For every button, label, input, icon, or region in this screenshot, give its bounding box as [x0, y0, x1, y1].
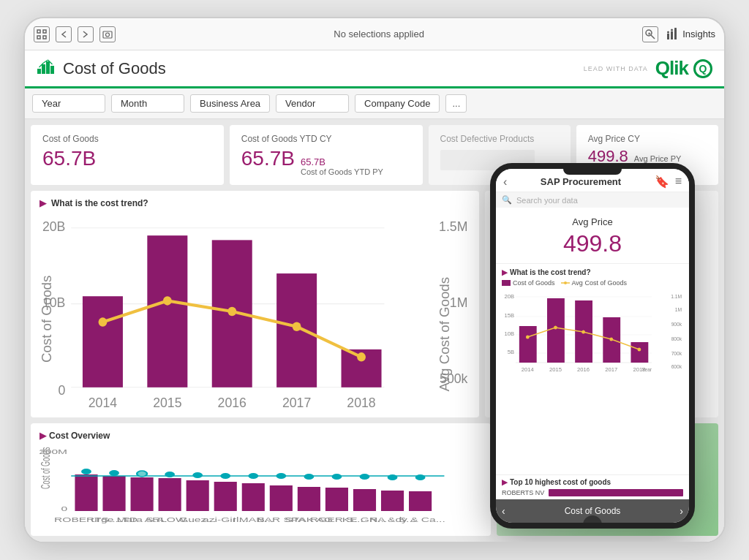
svg-point-125: [609, 338, 613, 341]
svg-point-86: [415, 474, 426, 480]
svg-text:20B: 20B: [42, 219, 65, 234]
legend-avg-label: Avg Cost of Goods: [572, 279, 627, 287]
filter-company-code[interactable]: Company Code: [355, 94, 440, 113]
svg-rect-2: [37, 36, 40, 39]
kpi-avg-title: Avg Price CY: [588, 134, 707, 144]
svg-text:2016: 2016: [577, 366, 590, 373]
cost-overview-chart: ▶ Cost Overview 200M 0 Cost of Goods: [31, 423, 491, 536]
kpi-ytd-sub: 65.7B Cost of Goods YTD PY: [301, 156, 383, 176]
phone-notch: [563, 169, 622, 175]
filter-bar: Year Month Business Area Vendor Company …: [25, 88, 724, 119]
svg-point-84: [360, 474, 370, 480]
svg-rect-17: [46, 61, 50, 74]
svg-rect-10: [671, 31, 673, 39]
filter-vendor[interactable]: Vendor: [276, 94, 349, 113]
phone-title: SAP Procurement: [541, 176, 621, 187]
frame-select-icon[interactable]: [34, 26, 50, 42]
phone-top10-row1: ROBERTS NV: [502, 489, 683, 496]
svg-text:15B: 15B: [505, 312, 515, 319]
svg-point-36: [293, 322, 301, 331]
phone-chart-svg: 20B 15B 10B 5B: [502, 290, 683, 377]
app-title-area: Cost of Goods: [37, 58, 166, 78]
phone-back-button[interactable]: ‹: [503, 175, 507, 189]
phone-search-icon: 🔍: [502, 195, 512, 205]
phone-search-bar[interactable]: 🔍 Search your data: [496, 192, 689, 208]
filter-more-button[interactable]: ...: [445, 94, 467, 113]
trend-arrow-icon: ▶: [39, 198, 46, 208]
phone-overlay: ‹ SAP Procurement 🔖 ≡ 🔍 Search your data…: [490, 163, 695, 529]
svg-rect-117: [519, 326, 537, 363]
svg-point-85: [388, 474, 398, 480]
phone-bookmark-icon[interactable]: 🔖: [655, 175, 669, 189]
svg-text:2018: 2018: [347, 395, 375, 410]
app-icon: [37, 58, 56, 78]
svg-rect-1: [43, 30, 46, 33]
svg-point-5: [106, 33, 110, 37]
svg-text:0: 0: [61, 505, 67, 513]
svg-text:0: 0: [59, 383, 66, 398]
kpi-cog-value: 65.7B: [42, 147, 212, 170]
phone-chart-section: ▶ What is the cost trend? Cost of Goods …: [496, 264, 689, 474]
kpi-ytd-sub-val: 65.7B: [301, 156, 325, 167]
kpi-ytd-title: Cost of Goods YTD CY: [241, 134, 411, 144]
phone-top10-section: ▶ Top 10 highest cost of goods ROBERTS N…: [496, 474, 689, 499]
svg-rect-66: [242, 483, 265, 511]
forward-icon[interactable]: [78, 26, 94, 42]
svg-rect-121: [631, 342, 648, 363]
svg-text:2014: 2014: [522, 366, 535, 373]
svg-rect-60: [75, 474, 97, 511]
kpi-ytd-cy: Cost of Goods YTD CY 65.7B 65.7B Cost of…: [230, 125, 423, 185]
qlik-text: Qlik: [655, 57, 688, 80]
kpi-cost-of-goods: Cost of Goods 65.7B: [31, 125, 224, 185]
cost-trend-chart: ▶ What is the cost trend? 20B 10B 0: [31, 191, 479, 417]
legend-cog-label: Cost of Goods: [513, 279, 555, 287]
svg-text:dy & Ca...: dy & Ca...: [395, 516, 445, 524]
kpi-ytd-row: 65.7B 65.7B Cost of Goods YTD PY: [241, 147, 411, 176]
svg-rect-61: [102, 476, 125, 511]
svg-text:Year: Year: [642, 367, 652, 372]
app-title: Cost of Goods: [63, 59, 166, 78]
phone-top10-label: Top 10 highest cost of goods: [510, 478, 611, 486]
filter-year[interactable]: Year: [32, 94, 105, 113]
selection-status: No selections applied: [123, 29, 635, 39]
svg-rect-28: [83, 296, 123, 387]
svg-point-33: [99, 317, 108, 326]
svg-text:1M: 1M: [675, 307, 682, 312]
svg-text:2017: 2017: [605, 366, 617, 373]
svg-rect-3: [43, 36, 46, 39]
svg-point-78: [192, 472, 203, 478]
svg-point-34: [163, 296, 172, 305]
cost-overview-svg: 200M 0 Cost of Goods: [39, 445, 482, 526]
snapshot-icon[interactable]: [99, 26, 116, 42]
phone-footer-forward[interactable]: ›: [680, 505, 683, 517]
svg-point-123: [554, 326, 557, 330]
tablet-frame: No selections applied ★ Insights: [23, 17, 726, 543]
smart-search-icon[interactable]: ★: [642, 26, 658, 42]
qlik-logo: LEAD WITH DATA Qlik Q: [584, 57, 712, 80]
phone-footer-back[interactable]: ‹: [502, 505, 505, 517]
svg-text:1.5M: 1.5M: [439, 219, 467, 234]
svg-rect-9: [667, 34, 669, 39]
cost-overview-label: Cost Overview: [49, 431, 110, 441]
svg-text:800k: 800k: [671, 336, 682, 341]
svg-rect-0: [37, 30, 40, 33]
cost-trend-svg: 20B 10B 0: [39, 213, 470, 410]
legend-cog: Cost of Goods: [502, 279, 555, 287]
qlik-q-mark: Q: [693, 59, 712, 78]
svg-point-124: [581, 330, 585, 334]
svg-rect-67: [270, 485, 293, 511]
svg-rect-63: [159, 478, 181, 511]
svg-line-7: [651, 35, 655, 39]
insights-button[interactable]: Insights: [666, 28, 715, 41]
back-icon[interactable]: [56, 26, 72, 42]
lead-with-data-text: LEAD WITH DATA: [584, 65, 648, 72]
filter-business-area[interactable]: Business Area: [190, 94, 270, 113]
phone-menu-icon[interactable]: ≡: [675, 175, 682, 189]
legend-avg: Avg Cost of Goods: [561, 279, 627, 287]
phone-chart-label: What is the cost trend?: [510, 268, 591, 276]
filter-month[interactable]: Month: [111, 94, 184, 113]
svg-point-126: [638, 348, 641, 352]
kpi-ytd-sub-label: Cost of Goods YTD PY: [301, 167, 383, 176]
cost-trend-label: What is the cost trend?: [51, 198, 148, 208]
svg-rect-72: [409, 491, 432, 511]
